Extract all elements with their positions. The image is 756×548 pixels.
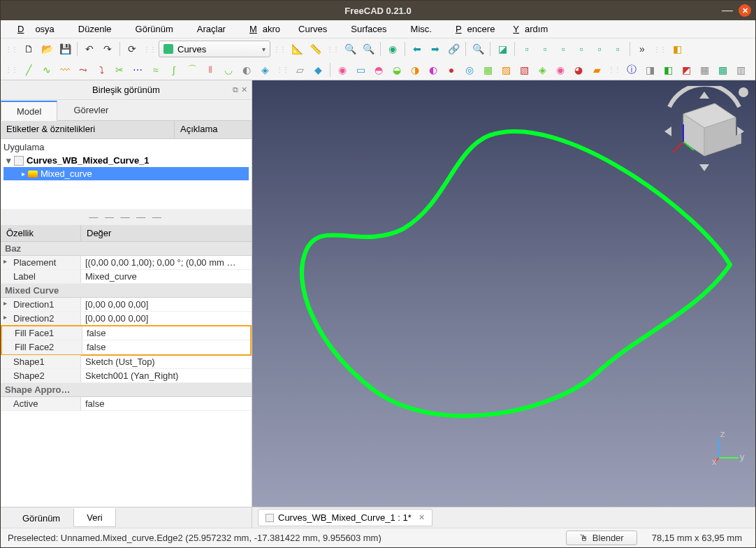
tab-view[interactable]: Görünüm — [9, 510, 73, 528]
minimize-button[interactable]: — — [722, 4, 733, 17]
toolbar-grip[interactable]: ⋮⋮ — [3, 66, 19, 73]
surface-tool-icon[interactable]: ◓ — [370, 62, 387, 78]
nav-left-icon[interactable]: ⬅ — [409, 41, 426, 57]
measure-icon[interactable]: 📏 — [307, 41, 324, 57]
toolbar-grip[interactable]: ⋮⋮ — [142, 45, 157, 53]
toolbar-grip[interactable]: ⋮⋮ — [606, 66, 622, 73]
iso-view-icon[interactable]: ◪ — [494, 41, 511, 57]
prop-fillface2[interactable]: Fill Face2 false — [2, 340, 250, 354]
chevron-right-icon[interactable]: ▸ — [22, 170, 25, 178]
tree-item-mixed-curve[interactable]: ▸ Mixed_curve — [3, 167, 249, 180]
tab-data[interactable]: Veri — [73, 508, 115, 527]
surface-tool-icon[interactable]: ◐ — [425, 62, 442, 78]
misc-tool-icon[interactable]: ▦ — [696, 62, 713, 78]
top-view-icon[interactable]: ▫ — [537, 41, 553, 57]
surface-tool-icon[interactable]: ◉ — [334, 62, 351, 78]
redo-icon[interactable]: ↷ — [99, 41, 116, 57]
surface-tool-icon[interactable]: ▦ — [479, 62, 496, 78]
line-tool-icon[interactable]: ╱ — [20, 62, 37, 78]
nav-style-button[interactable]: 🖱 Blender — [566, 531, 637, 545]
bottom-view-icon[interactable]: ▫ — [591, 41, 608, 57]
tab-model[interactable]: Model — [1, 101, 57, 121]
extend-curve-icon[interactable]: ⤳ — [75, 62, 92, 78]
col-property-value[interactable]: Değer — [81, 225, 117, 241]
toolbar-grip[interactable]: ⋮⋮ — [652, 45, 667, 53]
interpolate-icon[interactable]: ∫ — [166, 62, 182, 78]
approximate-icon[interactable]: ≈ — [147, 62, 164, 78]
workbench-selector[interactable]: Curves ▾ — [159, 41, 270, 57]
draw-style-icon[interactable]: ◉ — [384, 41, 401, 57]
left-view-icon[interactable]: ▫ — [609, 41, 626, 57]
fit-all-icon[interactable]: 🔍 — [342, 41, 358, 57]
toolbar-grip[interactable]: ⋮⋮ — [272, 45, 287, 53]
right-view-icon[interactable]: ▫ — [555, 41, 572, 57]
surface-tool-icon[interactable]: ▰ — [588, 62, 605, 78]
toolbar-grip[interactable]: ⋮⋮ — [325, 45, 340, 53]
prop-shape1[interactable]: Shape1 Sketch (Ust_Top) — [1, 355, 252, 369]
menu-macro[interactable]: Makro — [238, 22, 286, 36]
menu-view[interactable]: Görünüm — [124, 22, 184, 36]
misc-tool-icon[interactable]: ◧ — [660, 62, 676, 78]
prop-label[interactable]: Label Mixed_curve — [1, 270, 252, 284]
link-icon[interactable]: 🔗 — [445, 41, 462, 57]
surface-tool-icon[interactable]: ▨ — [497, 62, 514, 78]
tree-root-app[interactable]: Uygulama — [1, 140, 252, 154]
measure-icon[interactable]: 📐 — [289, 41, 305, 57]
refresh-icon[interactable]: ⟳ — [124, 41, 140, 57]
close-tab-icon[interactable]: ✕ — [419, 513, 425, 522]
menu-help[interactable]: Yardım — [502, 22, 553, 36]
prop-direction1[interactable]: ▸Direction1 [0,00 0,00 0,00] — [1, 298, 252, 312]
new-file-icon[interactable]: 🗋 — [20, 41, 37, 57]
tree-col-labels[interactable]: Etiketler & öznitelikleri — [1, 121, 175, 138]
open-file-icon[interactable]: 📂 — [38, 41, 55, 57]
misc-tool-icon[interactable]: ▥ — [732, 62, 749, 78]
surface-tool-icon[interactable]: ◆ — [310, 62, 326, 78]
fit-selection-icon[interactable]: 🔍 — [360, 41, 377, 57]
zebra-tool-icon[interactable]: ◐ — [238, 62, 255, 78]
prop-fillface1[interactable]: Fill Face1 false — [2, 326, 250, 340]
surface-tool-icon[interactable]: ● — [443, 62, 460, 78]
part-icon[interactable]: ◧ — [669, 41, 685, 57]
editable-spline-icon[interactable]: ∿ — [38, 62, 55, 78]
discretize-icon[interactable]: ⋯ — [129, 62, 146, 78]
tree-view[interactable]: Uygulama ▾ Curves_WB_Mixed_Curve_1 ▸ Mix… — [1, 139, 252, 209]
front-view-icon[interactable]: ▫ — [518, 41, 535, 57]
menu-edit[interactable]: Düzenle — [67, 22, 123, 36]
toolbar-grip[interactable]: ⋮⋮ — [3, 45, 19, 53]
prop-direction2[interactable]: ▸Direction2 [0,00 0,00 0,00] — [1, 312, 252, 326]
zoom-icon[interactable]: 🔍 — [470, 41, 486, 57]
misc-tool-icon[interactable]: ◩ — [678, 62, 695, 78]
surface-tool-icon[interactable]: ◕ — [570, 62, 587, 78]
tab-tasks[interactable]: Görevler — [57, 100, 124, 120]
toolbar-grip[interactable]: ⋮⋮ — [275, 66, 290, 73]
prop-shape2[interactable]: Shape2 Sketch001 (Yan_Right) — [1, 369, 252, 383]
surface-tool-icon[interactable]: ▱ — [291, 62, 308, 78]
menu-windows[interactable]: Pencere — [444, 22, 500, 36]
save-file-icon[interactable]: 💾 — [57, 41, 73, 57]
misc-tool-icon[interactable]: ⓘ — [623, 62, 640, 78]
mixed-curve-icon[interactable]: 〰 — [57, 62, 73, 78]
chevron-down-icon[interactable]: ▾ — [6, 155, 11, 166]
surface-tool-icon[interactable]: ◎ — [461, 62, 478, 78]
surface-tool-icon[interactable]: ◒ — [388, 62, 405, 78]
blend-curve-icon[interactable]: ⌒ — [184, 62, 201, 78]
navigation-cube[interactable] — [659, 86, 750, 177]
menu-tools[interactable]: Araçlar — [186, 22, 237, 36]
misc-tool-icon[interactable]: ▩ — [714, 62, 731, 78]
surface-tool-icon[interactable]: ◉ — [552, 62, 569, 78]
3d-viewport[interactable]: z y x — [252, 80, 755, 507]
tree-document[interactable]: ▾ Curves_WB_Mixed_Curve_1 — [1, 154, 252, 167]
surface-tool-icon[interactable]: ◑ — [407, 62, 423, 78]
col-property-name[interactable]: Özellik — [1, 225, 81, 241]
menu-curves[interactable]: Curves — [287, 22, 338, 36]
tree-col-desc[interactable]: Açıklama — [175, 121, 252, 138]
surface-tool-icon[interactable]: ▧ — [516, 62, 532, 78]
curve-on-surface-icon[interactable]: ◡ — [220, 62, 237, 78]
surface-tool-icon[interactable]: ◈ — [534, 62, 551, 78]
menu-file[interactable]: Dosya — [6, 22, 66, 36]
chevron-right-icon[interactable]: ▸ — [3, 257, 7, 265]
chevron-right-icon[interactable]: ▸ — [3, 299, 7, 307]
menu-misc[interactable]: Misc. — [400, 22, 443, 36]
close-button[interactable]: ✕ — [739, 4, 751, 17]
prop-active[interactable]: Active false — [1, 397, 252, 411]
